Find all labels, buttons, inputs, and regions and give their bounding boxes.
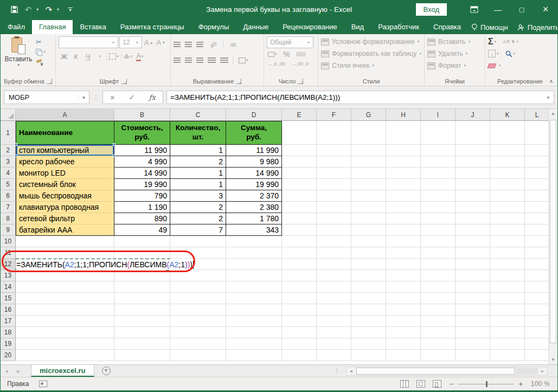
row-header-12[interactable]: 12	[1, 259, 16, 270]
cell-J16[interactable]	[456, 304, 490, 316]
cell-a12-formula[interactable]: =ЗАМЕНИТЬ(A2;1;1;ПРОПИСН(ЛЕВСИМВ(A2;1)))	[16, 259, 194, 270]
row-header-4[interactable]: 4	[1, 168, 16, 179]
ribbon-display-options-icon[interactable]	[462, 0, 486, 19]
cell-H15[interactable]	[386, 293, 421, 304]
row-header-8[interactable]: 8	[1, 213, 16, 224]
cell-I3[interactable]	[421, 156, 456, 168]
tab-scroll-splitter[interactable]: ⋮	[334, 368, 341, 375]
cell-K6[interactable]	[490, 190, 525, 202]
cell-G8[interactable]	[351, 213, 386, 224]
scroll-left-icon[interactable]: ◂	[347, 369, 356, 374]
cell-I12[interactable]	[421, 259, 456, 270]
grow-font-button[interactable]: А▲	[143, 36, 155, 48]
cell-G14[interactable]	[351, 281, 386, 293]
cell-B1[interactable]: Стоимость, руб.	[114, 121, 170, 145]
cell-H14[interactable]	[386, 281, 421, 293]
clipboard-dialog-launcher[interactable]	[47, 79, 52, 84]
cell-B8[interactable]: 890	[114, 213, 170, 224]
cell-A4[interactable]: монитор LED	[16, 168, 114, 179]
cell-J10[interactable]	[456, 236, 490, 247]
cell-I13[interactable]	[421, 270, 456, 281]
cell-C3[interactable]: 2	[170, 156, 226, 168]
number-format-select[interactable]: Общий▾	[267, 36, 313, 48]
cell-C8[interactable]: 2	[170, 213, 226, 224]
cell-A1[interactable]: Наименование	[16, 121, 114, 145]
cell-L4[interactable]	[525, 168, 549, 179]
cell-E3[interactable]	[282, 156, 317, 168]
close-button[interactable]: ×	[534, 0, 557, 19]
align-middle-icon[interactable]	[185, 42, 192, 47]
cell-J6[interactable]	[456, 190, 490, 202]
zoom-in-icon[interactable]: +	[518, 380, 523, 388]
cell-L16[interactable]	[525, 304, 549, 316]
cell-I10[interactable]	[421, 236, 456, 247]
cell-L1[interactable]	[525, 121, 549, 145]
cell-A16[interactable]	[16, 304, 114, 316]
cell-H11[interactable]	[386, 247, 421, 259]
cell-L19[interactable]	[525, 338, 549, 350]
cell-D7[interactable]: 2 380	[226, 202, 282, 213]
cell-H8[interactable]	[386, 213, 421, 224]
underline-dropdown-icon[interactable]: ▾	[94, 50, 105, 62]
cell-F7[interactable]	[317, 202, 351, 213]
cell-K5[interactable]	[490, 179, 525, 190]
cell-J2[interactable]	[456, 145, 490, 156]
number-dialog-launcher[interactable]	[298, 79, 303, 84]
underline-button[interactable]: Ч	[82, 50, 93, 62]
cell-J1[interactable]	[456, 121, 490, 145]
cell-J20[interactable]	[456, 350, 490, 361]
cell-H17[interactable]	[386, 316, 421, 327]
cell-C7[interactable]: 2	[170, 202, 226, 213]
cell-D13[interactable]	[226, 270, 282, 281]
cell-E7[interactable]	[282, 202, 317, 213]
cell-C15[interactable]	[170, 293, 226, 304]
column-header-D[interactable]: D	[226, 109, 282, 121]
cell-F19[interactable]	[317, 338, 351, 350]
row-header-11[interactable]: 11	[1, 247, 16, 259]
font-size-select[interactable]: 12▾	[119, 36, 142, 48]
cell-C16[interactable]	[170, 304, 226, 316]
align-left-icon[interactable]	[174, 57, 181, 63]
cell-I18[interactable]	[421, 327, 456, 338]
find-select-icon[interactable]: ▾	[505, 48, 516, 59]
row-header-5[interactable]: 5	[1, 179, 16, 190]
cell-I20[interactable]	[421, 350, 456, 361]
cell-K1[interactable]	[490, 121, 525, 145]
cell-G15[interactable]	[351, 293, 386, 304]
cell-A5[interactable]: системный блок	[16, 179, 114, 190]
cell-F9[interactable]	[317, 224, 351, 236]
cell-K3[interactable]	[490, 156, 525, 168]
cell-L7[interactable]	[525, 202, 549, 213]
cell-B19[interactable]	[114, 338, 170, 350]
cell-F15[interactable]	[317, 293, 351, 304]
cell-C11[interactable]	[170, 247, 226, 259]
font-color-icon[interactable]: А▾	[134, 50, 145, 62]
cell-E1[interactable]	[282, 121, 317, 145]
fill-down-icon[interactable]: ↓▾	[488, 48, 499, 59]
sign-in-button[interactable]: Вход	[416, 3, 447, 16]
cell-D19[interactable]	[226, 338, 282, 350]
cell-H6[interactable]	[386, 190, 421, 202]
cell-C19[interactable]	[170, 338, 226, 350]
cell-H16[interactable]	[386, 304, 421, 316]
redo-dropdown-icon[interactable]: ▾	[57, 7, 61, 12]
align-top-icon[interactable]	[174, 42, 181, 47]
tab-файл[interactable]: Файл	[1, 20, 32, 34]
column-header-L[interactable]: L	[525, 109, 549, 121]
cell-L11[interactable]	[525, 247, 549, 259]
cell-B2[interactable]: 11 990	[114, 145, 170, 156]
cell-B6[interactable]: 790	[114, 190, 170, 202]
cell-E13[interactable]	[282, 270, 317, 281]
confirm-entry-icon[interactable]: ✓	[129, 93, 135, 101]
scroll-down-icon[interactable]: ▼	[549, 355, 557, 364]
cell-F16[interactable]	[317, 304, 351, 316]
cell-D15[interactable]	[226, 293, 282, 304]
format-painter-icon[interactable]	[36, 58, 46, 67]
horizontal-scrollbar[interactable]: ◂ ▸	[346, 367, 548, 376]
cell-K16[interactable]	[490, 304, 525, 316]
cell-L14[interactable]	[525, 281, 549, 293]
cell-I9[interactable]	[421, 224, 456, 236]
cells-format-button[interactable]: Формат▾	[427, 60, 482, 71]
cell-E15[interactable]	[282, 293, 317, 304]
cell-F11[interactable]	[317, 247, 351, 259]
